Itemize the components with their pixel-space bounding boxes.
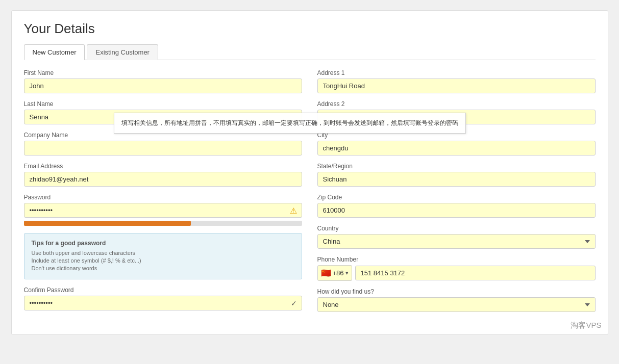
flag-emoji: 🇨🇳	[321, 268, 331, 278]
tips-list: Use both upper and lowercase characters …	[32, 250, 294, 271]
email-input[interactable]	[24, 172, 302, 187]
address1-input[interactable]	[317, 79, 596, 93]
how-find-us-select[interactable]: None Google Social Media Friend Other	[317, 297, 596, 312]
page-wrapper: Your Details New Customer Existing Custo…	[11, 10, 608, 335]
country-select[interactable]: China United States United Kingdom Japan…	[317, 234, 596, 249]
confirm-check-icon: ✓	[291, 299, 297, 307]
company-name-input[interactable]	[24, 141, 302, 155]
state-region-label: State/Region	[317, 163, 596, 170]
tip-item-2: Include at least one symbol (# $,! % & e…	[32, 257, 294, 264]
tab-existing-customer[interactable]: Existing Customer	[87, 44, 158, 60]
city-input[interactable]	[317, 141, 596, 155]
watermark: 淘客VPS	[571, 321, 601, 330]
how-find-us-group: How did you find us? None Google Social …	[317, 288, 596, 312]
right-column: Address 1 Address 2 City State/Region Zi…	[317, 69, 596, 319]
password-tips-box: Tips for a good password Use both upper …	[24, 233, 302, 279]
phone-code: +86	[333, 269, 344, 277]
strength-bar-fill	[24, 221, 191, 226]
country-label: Country	[317, 225, 596, 232]
phone-row: 🇨🇳 +86 ▾	[317, 265, 596, 281]
confirm-password-input[interactable]	[24, 296, 302, 310]
password-label: Password	[24, 194, 302, 201]
zip-code-label: Zip Code	[317, 194, 596, 201]
email-label: Email Address	[24, 163, 302, 170]
tip-item-1: Use both upper and lowercase characters	[32, 250, 294, 256]
email-group: Email Address	[24, 163, 302, 187]
last-name-label: Last Name	[24, 100, 302, 108]
country-group: Country China United States United Kingd…	[317, 225, 596, 249]
phone-number-input[interactable]	[355, 266, 596, 280]
tooltip-overlay: 填写相关信息，所有地址用拼音，不用填写真实的，邮箱一定要填写正确，到时账号会发送…	[114, 113, 466, 134]
zip-code-input[interactable]	[317, 203, 596, 218]
phone-flag-selector[interactable]: 🇨🇳 +86 ▾	[317, 265, 352, 281]
left-column: First Name Last Name Company Name Email …	[24, 69, 302, 319]
phone-group: Phone Number 🇨🇳 +86 ▾	[317, 256, 596, 281]
tab-new-customer[interactable]: New Customer	[24, 44, 85, 60]
city-group: City	[317, 132, 596, 155]
form-columns: First Name Last Name Company Name Email …	[24, 69, 596, 319]
confirm-password-wrapper: ✓	[24, 296, 302, 310]
page-title: Your Details	[24, 21, 596, 37]
zip-code-group: Zip Code	[317, 194, 596, 218]
tip-item-3: Don't use dictionary words	[32, 265, 294, 271]
strength-bar-background	[24, 221, 302, 226]
first-name-input[interactable]	[24, 79, 302, 93]
password-warning-icon: ⚠	[290, 205, 297, 215]
tips-title: Tips for a good password	[32, 240, 294, 247]
confirm-password-label: Confirm Password	[24, 287, 302, 294]
company-name-group: Company Name	[24, 132, 302, 155]
first-name-label: First Name	[24, 69, 302, 76]
state-region-group: State/Region	[317, 163, 596, 187]
confirm-password-group: Confirm Password ✓	[24, 287, 302, 310]
tabs-container: New Customer Existing Customer	[24, 44, 596, 60]
address2-label: Address 2	[317, 100, 596, 108]
phone-label: Phone Number	[317, 256, 596, 263]
state-region-input[interactable]	[317, 172, 596, 187]
phone-dropdown-icon: ▾	[345, 270, 349, 276]
password-input[interactable]	[24, 203, 302, 218]
how-find-us-label: How did you find us?	[317, 288, 596, 295]
password-group: Password ⚠	[24, 194, 302, 226]
address1-label: Address 1	[317, 69, 596, 76]
address1-group: Address 1	[317, 69, 596, 93]
password-wrapper: ⚠	[24, 203, 302, 218]
first-name-group: First Name	[24, 69, 302, 93]
tooltip-text: 填写相关信息，所有地址用拼音，不用填写真实的，邮箱一定要填写正确，到时账号会发送…	[121, 119, 458, 126]
